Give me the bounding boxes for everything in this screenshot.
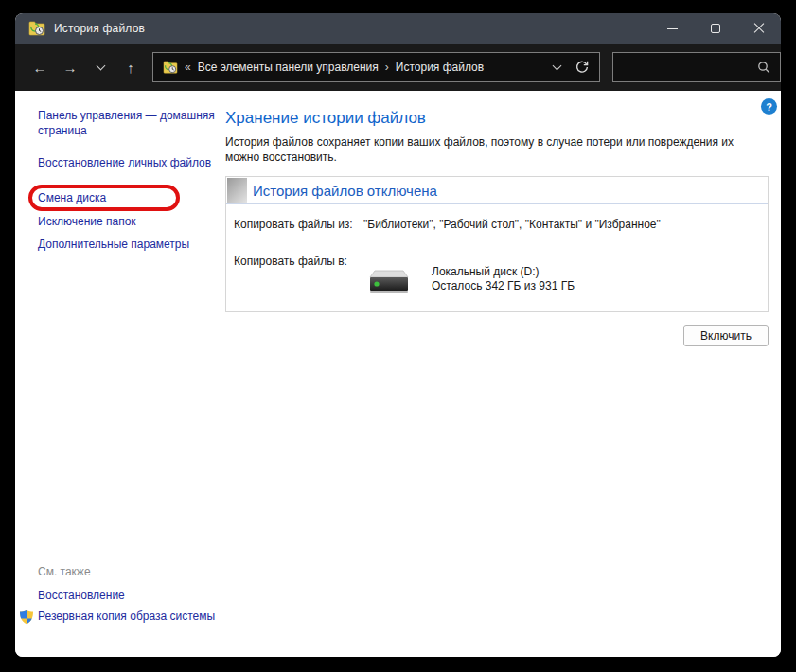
sidebar-item-exclude-folders[interactable]: Исключение папок	[38, 214, 216, 229]
address-bar[interactable]: « Все элементы панели управления › Истор…	[152, 52, 600, 82]
file-history-status-box: История файлов отключена Копировать файл…	[225, 176, 769, 312]
page-description: История файлов сохраняет копии ваших фай…	[225, 134, 769, 165]
search-input[interactable]	[623, 61, 757, 74]
refresh-icon[interactable]	[575, 60, 590, 75]
forward-button[interactable]: →	[56, 53, 84, 81]
window-title: История файлов	[54, 22, 145, 35]
sidebar-item-system-image-backup[interactable]: Резервная копия образа системы	[38, 609, 216, 624]
address-folder-icon	[163, 61, 178, 74]
back-button[interactable]: ←	[26, 53, 54, 81]
sidebar-item-advanced-settings[interactable]: Дополнительные параметры	[38, 237, 216, 252]
close-button[interactable]	[737, 13, 781, 44]
breadcrumb-current[interactable]: История файлов	[396, 61, 484, 74]
content-area: ? Панель управления — домашняя страница …	[15, 91, 781, 657]
minimize-button[interactable]	[650, 13, 694, 44]
see-also-heading: См. также	[38, 565, 91, 578]
status-header: История файлов отключена	[226, 177, 768, 204]
close-icon	[753, 23, 765, 34]
copy-from-value: "Библиотеки", "Рабочий стол", "Контакты"…	[363, 218, 661, 231]
chevron-down-icon	[96, 62, 105, 71]
titlebar: История файлов	[15, 13, 781, 44]
up-button[interactable]: ↑	[116, 53, 145, 81]
copy-from-label: Копировать файлы из:	[234, 218, 353, 231]
file-history-window: История файлов ← → ↑ « Все элементы пане…	[15, 13, 781, 657]
breadcrumb-separator: ›	[385, 61, 389, 74]
maximize-button[interactable]	[694, 13, 737, 44]
address-dropdown-chevron-icon[interactable]	[553, 62, 562, 71]
sidebar-item-recovery[interactable]: Восстановление	[38, 588, 216, 603]
sidebar-item-select-drive[interactable]: Смена диска	[38, 190, 216, 205]
enable-button[interactable]: Включить	[683, 325, 769, 346]
maximize-icon	[711, 24, 720, 33]
breadcrumb-collapse-chevrons[interactable]: «	[185, 61, 191, 74]
help-icon: ?	[766, 101, 772, 113]
minimize-icon	[667, 28, 678, 29]
drive-info: Локальный диск (D:) Осталось 342 ГБ из 9…	[432, 265, 575, 293]
file-history-app-icon	[28, 21, 45, 36]
breadcrumb-root[interactable]: Все элементы панели управления	[198, 61, 379, 74]
recent-locations-button[interactable]	[86, 53, 115, 81]
status-header-square-icon	[227, 178, 247, 203]
drive-free-space: Осталось 342 ГБ из 931 ГБ	[432, 279, 575, 293]
sidebar-item-control-panel-home[interactable]: Панель управления — домашняя страница	[38, 108, 216, 138]
help-button[interactable]: ?	[761, 98, 777, 115]
sidebar-item-restore-personal-files[interactable]: Восстановление личных файлов	[38, 155, 216, 170]
drive-name: Локальный диск (D:)	[432, 265, 575, 279]
status-title: История файлов отключена	[253, 183, 437, 199]
hard-drive-icon	[368, 268, 410, 296]
search-icon[interactable]	[757, 61, 770, 74]
page-title: Хранение истории файлов	[225, 109, 426, 128]
up-icon: ↑	[127, 60, 134, 76]
copy-to-label: Копировать файлы в:	[234, 255, 347, 268]
search-box	[612, 52, 781, 82]
uac-shield-icon	[19, 610, 34, 625]
navigation-bar: ← → ↑ « Все элементы панели управления ›…	[15, 44, 781, 91]
forward-icon: →	[63, 60, 78, 76]
drive-led-light	[374, 281, 379, 286]
back-icon: ←	[33, 60, 47, 76]
